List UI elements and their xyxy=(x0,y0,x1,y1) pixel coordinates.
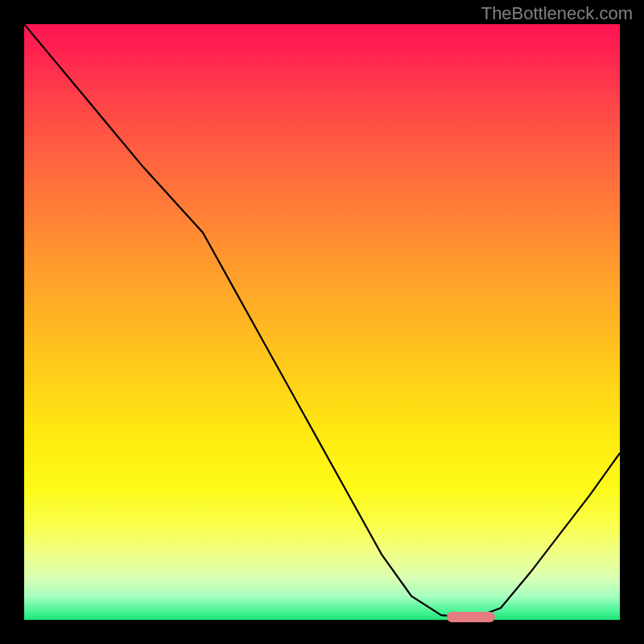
minimum-marker xyxy=(447,612,494,622)
curve-path xyxy=(24,24,620,617)
bottleneck-curve xyxy=(24,24,620,620)
watermark-text: TheBottleneck.com xyxy=(481,3,633,24)
plot-area xyxy=(24,24,620,620)
